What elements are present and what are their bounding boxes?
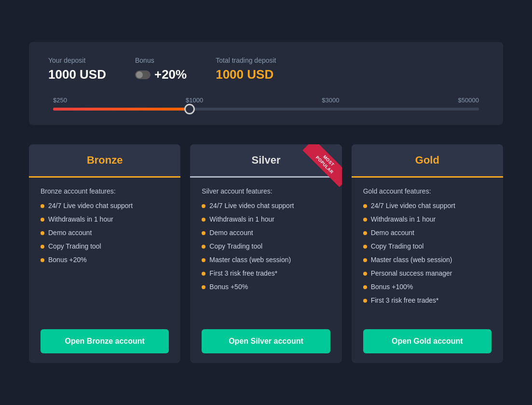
feature-dot [363, 258, 367, 262]
your-deposit: Your deposit 1000 USD [48, 56, 106, 82]
feature-dot [363, 231, 367, 235]
slider-thumb[interactable] [184, 104, 195, 114]
feature-dot [363, 204, 367, 208]
feature-dot [363, 218, 367, 222]
feature-dot [41, 231, 44, 235]
bonus-toggle[interactable] [135, 70, 150, 79]
feature-dot [363, 272, 367, 276]
feature-dot [41, 204, 44, 208]
silver-features-title: Silver account features: [202, 187, 330, 195]
list-item: Demo account [41, 229, 169, 237]
ribbon-wrapper: MOSTPOPULAR [299, 144, 342, 188]
list-item: Bonus +20% [41, 256, 169, 264]
list-item: Bonus +50% [202, 283, 330, 291]
open-gold-account-button[interactable]: Open Gold account [363, 329, 491, 353]
your-deposit-value: 1000 USD [48, 67, 106, 82]
total-deposit-label: Total trading deposit [216, 56, 276, 64]
list-item: Copy Trading tool [202, 242, 330, 250]
feature-dot [363, 285, 367, 289]
list-item: First 3 risk free trades* [363, 296, 491, 304]
bonus: Bonus +20% [135, 56, 187, 82]
slider-marker2-label: $3000 [322, 97, 339, 104]
feature-dot [202, 231, 205, 235]
open-silver-account-button[interactable]: Open Silver account [202, 329, 330, 353]
most-popular-ribbon: MOSTPOPULAR [302, 144, 342, 187]
feature-dot [202, 285, 205, 289]
bonus-value: +20% [154, 67, 187, 82]
list-item: Withdrawals in 1 hour [41, 215, 169, 223]
feature-dot [41, 245, 44, 249]
slider-track[interactable] [53, 108, 479, 111]
list-item: First 3 risk free trades* [202, 269, 330, 277]
feature-dot [202, 258, 205, 262]
silver-card-body: Silver account features: 24/7 Live video… [190, 178, 341, 320]
silver-card: MOSTPOPULAR Silver Silver account featur… [190, 144, 341, 363]
gold-features-title: Gold account features: [363, 187, 491, 195]
list-item: Master class (web session) [363, 256, 491, 264]
feature-dot [202, 245, 205, 249]
bronze-card: Bronze Bronze account features: 24/7 Liv… [29, 144, 180, 363]
slider-min-label: $250 [53, 97, 67, 104]
deposit-section: Your deposit 1000 USD Bonus +20% Total t… [29, 42, 503, 125]
feature-dot [363, 245, 367, 249]
silver-title: Silver [252, 154, 281, 166]
gold-card-footer: Open Gold account [352, 320, 503, 363]
bronze-features-title: Bronze account features: [41, 187, 169, 195]
slider-labels: $250 $1000 $3000 $50000 [53, 97, 479, 104]
list-item: Bonus +100% [363, 283, 491, 291]
total-deposit: Total trading deposit 1000 USD [216, 56, 276, 82]
list-item: Personal success manager [363, 269, 491, 277]
gold-title: Gold [415, 154, 439, 166]
bronze-card-footer: Open Bronze account [29, 320, 180, 363]
list-item: 24/7 Live video chat support [363, 202, 491, 209]
slider-max-label: $50000 [458, 97, 479, 104]
cards-section: Bronze Bronze account features: 24/7 Liv… [29, 144, 503, 363]
list-item: 24/7 Live video chat support [202, 202, 330, 209]
bronze-card-header: Bronze [29, 144, 180, 176]
feature-dot [202, 218, 205, 222]
list-item: Master class (web session) [202, 256, 330, 264]
gold-card-body: Gold account features: 24/7 Live video c… [352, 178, 503, 320]
feature-dot [41, 218, 44, 222]
list-item: Withdrawals in 1 hour [363, 215, 491, 223]
slider-section: $250 $1000 $3000 $50000 [48, 97, 484, 111]
open-bronze-account-button[interactable]: Open Bronze account [41, 329, 169, 353]
total-deposit-value: 1000 USD [216, 67, 276, 82]
page-wrapper: Your deposit 1000 USD Bonus +20% Total t… [0, 28, 532, 377]
list-item: Copy Trading tool [363, 242, 491, 250]
list-item: Copy Trading tool [41, 242, 169, 250]
silver-feature-list: 24/7 Live video chat support Withdrawals… [202, 202, 330, 291]
silver-card-footer: Open Silver account [190, 320, 341, 363]
list-item: Demo account [363, 229, 491, 237]
bonus-label: Bonus [135, 56, 187, 64]
feature-dot [41, 258, 44, 262]
list-item: Withdrawals in 1 hour [202, 215, 330, 223]
your-deposit-label: Your deposit [48, 56, 106, 64]
bronze-feature-list: 24/7 Live video chat support Withdrawals… [41, 202, 169, 264]
feature-dot [202, 204, 205, 208]
feature-dot [202, 272, 205, 276]
slider-fill [53, 108, 190, 111]
bronze-title: Bronze [87, 154, 123, 166]
slider-marker1-label: $1000 [186, 97, 203, 104]
gold-card-header: Gold [352, 144, 503, 176]
feature-dot [363, 299, 367, 303]
bronze-card-body: Bronze account features: 24/7 Live video… [29, 178, 180, 320]
list-item: Demo account [202, 229, 330, 237]
gold-card: Gold Gold account features: 24/7 Live vi… [352, 144, 503, 363]
list-item: 24/7 Live video chat support [41, 202, 169, 209]
gold-feature-list: 24/7 Live video chat support Withdrawals… [363, 202, 491, 304]
